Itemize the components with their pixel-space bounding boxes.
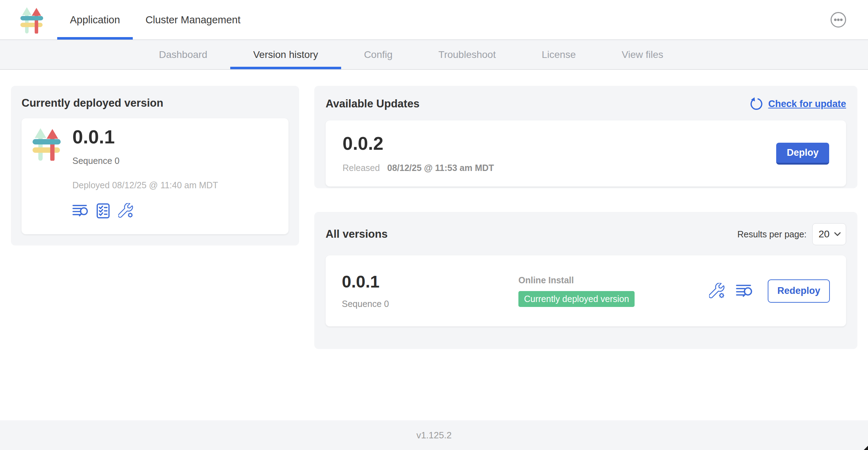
results-per-page-select[interactable]: 20 (812, 223, 846, 245)
deployed-version-number: 0.0.1 (72, 127, 218, 147)
ellipsis-menu-button[interactable] (830, 11, 847, 28)
status-badge: Currently deployed version (518, 291, 635, 307)
row-version-number: 0.0.1 (342, 273, 518, 291)
preflight-checks-icon[interactable] (96, 203, 110, 219)
tab-cluster-management-label: Cluster Management (145, 14, 240, 26)
tab-view-files-label: View files (622, 49, 663, 60)
tab-application[interactable]: Application (57, 0, 133, 40)
top-nav-spacer (253, 0, 830, 40)
tab-dashboard-label: Dashboard (159, 49, 207, 60)
deployed-version-panel: 0.0.1 Sequence 0 Deployed 08/12/25 @ 11:… (22, 118, 289, 234)
tab-cluster-management[interactable]: Cluster Management (133, 0, 253, 40)
install-type-label: Online Install (518, 275, 709, 285)
results-per-page-value: 20 (819, 229, 830, 240)
tab-troubleshoot-label: Troubleshoot (439, 49, 496, 60)
version-row-info: 0.0.1 Sequence 0 (342, 273, 518, 309)
tab-view-files[interactable]: View files (599, 40, 686, 69)
deployed-version-info: 0.0.1 Sequence 0 Deployed 08/12/25 @ 11:… (72, 127, 218, 226)
update-info: 0.0.2 Released 08/12/25 @ 11:53 am MDT (343, 134, 494, 173)
logs-icon[interactable] (736, 284, 752, 298)
tab-license-label: License (542, 49, 576, 60)
config-icon[interactable] (118, 203, 134, 219)
results-per-page-label: Results per page: (737, 229, 807, 239)
currently-deployed-card: Currently deployed version 0.0.1 Sequenc… (11, 86, 299, 245)
deploy-button[interactable]: Deploy (776, 143, 829, 165)
refresh-icon (750, 97, 763, 111)
app-logo-icon (20, 6, 43, 34)
row-sequence: Sequence 0 (342, 299, 518, 309)
update-released-line: Released 08/12/25 @ 11:53 am MDT (343, 163, 494, 173)
tab-version-history-label: Version history (253, 49, 318, 60)
update-version-number: 0.0.2 (343, 134, 494, 153)
app-sub-nav: Dashboard Version history Config Trouble… (0, 40, 868, 70)
check-for-update-label: Check for update (768, 99, 846, 109)
tab-config[interactable]: Config (341, 40, 416, 69)
tab-version-history[interactable]: Version history (230, 40, 341, 69)
app-logo-icon (32, 127, 61, 226)
results-per-page: Results per page: 20 (737, 223, 846, 245)
chevron-down-icon (834, 232, 841, 236)
available-updates-card: Available Updates Check for update 0.0.2… (314, 86, 857, 188)
released-label: Released (343, 163, 380, 173)
screen-corner-artifact (864, 446, 868, 450)
console-version: v1.125.2 (416, 430, 452, 441)
tab-config-label: Config (364, 49, 393, 60)
redeploy-button[interactable]: Redeploy (768, 279, 830, 303)
check-for-update-link[interactable]: Check for update (750, 97, 846, 111)
tab-troubleshoot[interactable]: Troubleshoot (416, 40, 519, 69)
deployed-timestamp: Deployed 08/12/25 @ 11:40 am MDT (72, 180, 218, 190)
available-update-row: 0.0.2 Released 08/12/25 @ 11:53 am MDT D… (326, 120, 846, 186)
version-row: 0.0.1 Sequence 0 Online Install Currentl… (326, 255, 846, 326)
tab-application-label: Application (70, 14, 120, 26)
released-timestamp: 08/12/25 @ 11:53 am MDT (387, 163, 494, 173)
currently-deployed-title: Currently deployed version (22, 97, 289, 109)
config-icon[interactable] (709, 283, 725, 299)
all-versions-title: All versions (326, 228, 388, 240)
version-row-actions: Redeploy (709, 279, 830, 303)
footer: v1.125.2 (0, 420, 868, 450)
all-versions-card: All versions Results per page: 20 0.0.1 … (314, 212, 857, 349)
logs-icon[interactable] (72, 203, 88, 219)
tab-license[interactable]: License (519, 40, 599, 69)
version-row-status: Online Install Currently deployed versio… (518, 275, 709, 307)
right-column: Available Updates Check for update 0.0.2… (314, 86, 857, 420)
tab-dashboard[interactable]: Dashboard (136, 40, 230, 69)
ellipsis-menu-icon (830, 11, 847, 28)
available-updates-title: Available Updates (326, 98, 420, 110)
top-nav: Application Cluster Management (0, 0, 868, 40)
deployed-sequence: Sequence 0 (72, 156, 218, 166)
main-content: Currently deployed version 0.0.1 Sequenc… (0, 70, 868, 420)
deployed-actions (72, 203, 218, 219)
